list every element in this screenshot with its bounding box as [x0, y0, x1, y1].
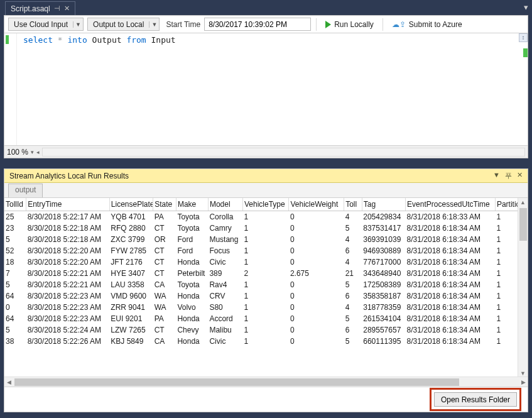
table-cell: 5 [344, 223, 362, 234]
results-grid[interactable]: TollId EntryTime LicensePlate State Make… [4, 198, 528, 347]
table-cell: 1 [242, 234, 288, 245]
table-row[interactable]: 258/30/2018 5:22:17 AMYQB 4701PAToyotaCo… [4, 211, 528, 223]
table-cell: Honda [176, 313, 208, 324]
table-cell: 205429834 [362, 211, 405, 223]
pin-icon[interactable]: 푸 [505, 171, 512, 180]
table-cell: 318778359 [362, 302, 405, 313]
split-view-icon[interactable]: ↕ [519, 33, 528, 42]
table-cell: 2 [242, 268, 288, 279]
scroll-right-icon[interactable]: ▶ [519, 379, 528, 385]
open-results-folder-button[interactable]: Open Results Folder [434, 392, 517, 407]
table-cell: Toyota [176, 211, 208, 223]
table-cell: 2.675 [289, 268, 344, 279]
table-cell: 8/31/2018 6:18:34 AM [406, 290, 496, 302]
col-header[interactable]: State [153, 198, 176, 211]
input-source-combo[interactable]: Use Cloud Input ▼ [8, 18, 84, 31]
table-row[interactable]: 08/30/2018 5:22:23 AMZRR 9041WAVolvoS801… [4, 302, 528, 313]
results-title-text: Stream Analytics Local Run Results [9, 172, 129, 180]
table-cell: 8/31/2018 6:18:34 AM [406, 324, 496, 336]
col-header[interactable]: EventProcessedUtcTime [406, 198, 496, 211]
start-time-input[interactable] [204, 18, 311, 31]
results-tabstrip: output [4, 183, 528, 198]
table-cell: WA [153, 290, 176, 302]
sql-editor[interactable]: select * into Output from Input ↕ [4, 33, 528, 145]
scrollbar-track[interactable] [13, 378, 519, 386]
chevron-down-icon[interactable]: ▼ [149, 21, 159, 28]
table-cell: 837531417 [362, 223, 405, 234]
table-row[interactable]: 78/30/2018 5:22:21 AMHYE 3407CTPeterbilt… [4, 268, 528, 279]
file-tab[interactable]: Script.asaql ⊣ ✕ [5, 1, 75, 15]
col-header[interactable]: Toll [344, 198, 362, 211]
table-cell: 358358187 [362, 290, 405, 302]
table-cell: S80 [208, 302, 242, 313]
col-header[interactable]: EntryTime [26, 198, 110, 211]
scroll-up-icon[interactable]: ▲ [520, 198, 526, 207]
col-header[interactable]: LicensePlate [109, 198, 153, 211]
col-header[interactable]: TollId [4, 198, 26, 211]
start-time-label: Start Time [166, 20, 200, 29]
submit-azure-button[interactable]: ☁⇪ Submit to Azure [388, 18, 466, 31]
table-cell: Mustang [208, 234, 242, 245]
table-row[interactable]: 188/30/2018 5:22:20 AMJFT 2176CTHondaCiv… [4, 256, 528, 268]
table-cell: 8/30/2018 5:22:21 AM [26, 279, 110, 290]
grid-horizontal-scrollbar[interactable]: ◀ ▶ [4, 377, 528, 387]
table-cell: 8/31/2018 6:18:34 AM [406, 245, 496, 256]
table-cell: 25 [4, 211, 26, 223]
scrollbar-thumb[interactable] [14, 378, 459, 386]
table-cell: 18 [4, 256, 26, 268]
table-row[interactable]: 388/30/2018 5:22:26 AMKBJ 5849CAHondaCiv… [4, 336, 528, 347]
table-row[interactable]: 58/30/2018 5:22:24 AMLZW 7265CTChevyMali… [4, 324, 528, 336]
table-row[interactable]: 528/30/2018 5:22:20 AMFYW 2785CTFordFocu… [4, 245, 528, 256]
col-header[interactable]: Model [208, 198, 242, 211]
table-row[interactable]: 58/30/2018 5:22:18 AMZXC 3799ORFordMusta… [4, 234, 528, 245]
close-icon[interactable]: ✕ [64, 4, 70, 13]
dropdown-icon[interactable]: ▼ [493, 171, 500, 180]
table-cell: 8/31/2018 6:18:34 AM [406, 223, 496, 234]
table-cell: Chevy [176, 324, 208, 336]
table-cell: EUI 9201 [109, 313, 153, 324]
pin-icon[interactable]: ⊣ [54, 4, 60, 13]
table-cell: CT [153, 223, 176, 234]
col-header[interactable]: VehicleWeight [289, 198, 344, 211]
file-tab-label: Script.asaql [11, 4, 50, 13]
table-row[interactable]: 58/30/2018 5:22:21 AMLAU 3358CAToyotaRav… [4, 279, 528, 290]
table-cell: 8/30/2018 5:22:18 AM [26, 234, 110, 245]
editor-hscroll[interactable] [42, 148, 525, 157]
output-target-combo[interactable]: Output to Local ▼ [87, 18, 160, 31]
table-row[interactable]: 238/30/2018 5:22:18 AMRFQ 2880CTToyotaCa… [4, 223, 528, 234]
table-cell: JFT 2176 [109, 256, 153, 268]
scroll-left-icon[interactable]: ◂ [36, 149, 40, 155]
table-cell: 1 [242, 324, 288, 336]
table-cell: 8/30/2018 5:22:23 AM [26, 302, 110, 313]
table-cell: 23 [4, 223, 26, 234]
table-row[interactable]: 648/30/2018 5:22:23 AMVMD 9600WAHondaCRV… [4, 290, 528, 302]
results-tab-output[interactable]: output [8, 184, 43, 197]
table-cell: 5 [4, 234, 26, 245]
col-header[interactable]: Make [176, 198, 208, 211]
table-cell: 0 [289, 279, 344, 290]
table-cell: LAU 3358 [109, 279, 153, 290]
table-cell: Ford [176, 234, 208, 245]
table-cell: 52 [4, 245, 26, 256]
close-icon[interactable]: ✕ [517, 171, 523, 180]
editor-text: select * into Output from Input [23, 35, 176, 45]
table-cell: 7 [4, 268, 26, 279]
table-cell: 946930889 [362, 245, 405, 256]
scroll-left-icon[interactable]: ◀ [4, 379, 13, 385]
chevron-down-icon[interactable]: ▾ [31, 149, 34, 155]
table-cell: 4 [344, 234, 362, 245]
table-cell: VMD 9600 [109, 290, 153, 302]
tab-overflow-icon[interactable]: ▾ [524, 3, 528, 12]
table-cell: 289557657 [362, 324, 405, 336]
scrollbar-thumb[interactable] [519, 208, 527, 241]
table-cell: 8/31/2018 6:18:34 AM [406, 256, 496, 268]
table-cell: 8/30/2018 5:22:17 AM [26, 211, 110, 223]
table-cell: CT [153, 256, 176, 268]
zoom-value[interactable]: 100 % [7, 148, 28, 157]
run-locally-button[interactable]: Run Locally [322, 18, 377, 31]
table-row[interactable]: 648/30/2018 5:22:23 AMEUI 9201PAHondaAcc… [4, 313, 528, 324]
chevron-down-icon[interactable]: ▼ [73, 21, 83, 28]
col-header[interactable]: Tag [362, 198, 405, 211]
grid-vertical-scrollbar[interactable]: ▲ ▼ [518, 198, 528, 378]
col-header[interactable]: VehicleType [242, 198, 288, 211]
